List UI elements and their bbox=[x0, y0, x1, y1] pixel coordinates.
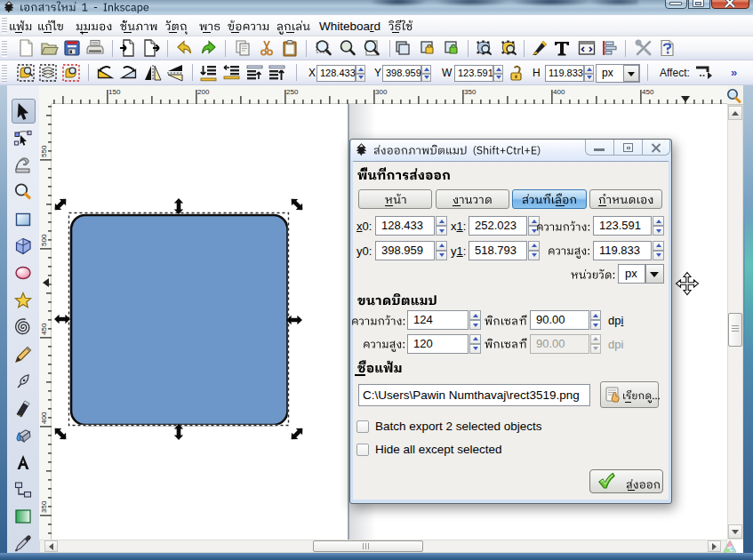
svg-text:450: 450 bbox=[40, 323, 48, 335]
svg-text:550: 550 bbox=[40, 145, 48, 157]
svg-text:500: 500 bbox=[40, 234, 48, 246]
svg-text:350: 350 bbox=[40, 500, 48, 513]
svg-text:400: 400 bbox=[40, 412, 48, 424]
